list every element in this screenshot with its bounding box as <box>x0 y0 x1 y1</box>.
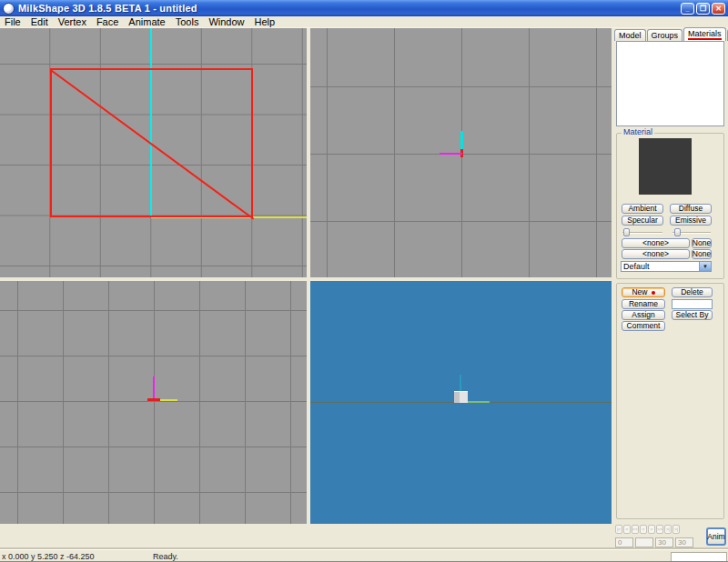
z-axis-line <box>153 376 155 400</box>
ambient-button[interactable]: Ambient <box>622 204 663 214</box>
menu-file[interactable]: File <box>5 16 21 27</box>
emissive-button[interactable]: Emissive <box>670 216 712 226</box>
rename-input[interactable] <box>672 299 713 309</box>
origin-marker <box>147 398 160 401</box>
panel-tabs: Model Groups Materials Joints <box>614 27 728 41</box>
material-preview <box>639 138 692 195</box>
menu-animate[interactable]: Animate <box>128 16 165 27</box>
tab-materials[interactable]: Materials <box>683 27 726 41</box>
specular-button[interactable]: Specular <box>622 216 663 226</box>
comment-button[interactable]: Comment <box>622 321 665 331</box>
viewport-side[interactable] <box>310 28 612 277</box>
tab-groups[interactable]: Groups <box>647 29 683 41</box>
alphamap-button[interactable]: <none> <box>622 249 690 259</box>
status-message: Ready. <box>153 552 178 561</box>
last-frame-icon[interactable]: >| <box>672 525 680 534</box>
texture-none-button[interactable]: None <box>692 238 712 248</box>
shader-dropdown-value: Default <box>622 262 699 271</box>
transparency-slider-thumb[interactable] <box>674 228 681 236</box>
shader-dropdown[interactable]: Default ▼ <box>621 261 712 272</box>
viewport-top[interactable] <box>0 281 307 524</box>
first-frame-icon[interactable]: |< <box>615 525 622 534</box>
prev-frame-icon[interactable]: < <box>640 525 647 534</box>
last-frame-field[interactable] <box>655 537 673 547</box>
milkshape-window: MilkShape 3D 1.8.5 BETA 1 - untitled _ ❐… <box>0 0 728 562</box>
status-pane <box>671 552 727 562</box>
animation-timeline <box>0 524 612 549</box>
alphamap-none-button[interactable]: None <box>692 249 712 259</box>
menu-tools[interactable]: Tools <box>176 16 199 27</box>
material-group-label: Material <box>622 127 654 136</box>
new-button[interactable]: New <box>622 287 665 297</box>
y-axis-line <box>460 131 463 150</box>
viewport-3d[interactable] <box>310 281 612 524</box>
rename-button[interactable]: Rename <box>622 299 665 309</box>
menu-window[interactable]: Window <box>208 16 244 27</box>
next-keyframe-icon[interactable]: >| <box>664 525 672 534</box>
restore-button-icon[interactable]: ❐ <box>696 3 710 15</box>
close-button-icon[interactable]: ✕ <box>712 3 725 15</box>
x-axis-line <box>160 399 177 401</box>
title-bar: MilkShape 3D 1.8.5 BETA 1 - untitled _ ❐… <box>0 0 728 16</box>
next-frame-icon[interactable]: > <box>648 525 655 534</box>
minimize-button-icon[interactable]: _ <box>681 3 694 15</box>
menu-face[interactable]: Face <box>96 16 118 27</box>
status-bar: x 0.000 y 5.250 z -64.250 Ready. <box>0 549 728 562</box>
up-axis-line <box>460 375 461 391</box>
chevron-down-icon[interactable]: ▼ <box>699 262 711 271</box>
shininess-slider-thumb[interactable] <box>623 228 630 236</box>
z-axis-line <box>440 153 462 155</box>
window-title: MilkShape 3D 1.8.5 BETA 1 - untitled <box>18 3 197 14</box>
select-by-button[interactable]: Select By <box>672 310 713 320</box>
total-frames-field[interactable] <box>675 537 693 547</box>
tab-model[interactable]: Model <box>614 29 646 41</box>
app-icon <box>3 3 15 15</box>
first-frame-field[interactable] <box>615 537 633 547</box>
current-frame-field[interactable] <box>635 537 653 547</box>
anim-toggle-button[interactable]: Anim <box>706 527 726 546</box>
assign-button[interactable]: Assign <box>622 310 665 320</box>
prev-keyframe-icon[interactable]: < <box>623 525 631 534</box>
coordinates-readout: x 0.000 y 5.250 z -64.250 <box>2 552 95 561</box>
wireframe-rectangle <box>50 68 253 217</box>
menu-edit[interactable]: Edit <box>31 16 48 27</box>
diffuse-button[interactable]: Diffuse <box>670 204 712 214</box>
texture-button[interactable]: <none> <box>622 238 690 248</box>
menu-help[interactable]: Help <box>255 16 276 27</box>
delete-button[interactable]: Delete <box>672 287 713 297</box>
cursor-dot-icon <box>652 291 655 295</box>
transport-controls: |< < << < > >> >| >| <box>615 525 680 534</box>
model-cube <box>454 391 468 403</box>
menu-vertex[interactable]: Vertex <box>58 16 86 27</box>
window-controls: _ ❐ ✕ <box>681 3 725 15</box>
forward-icon[interactable]: >> <box>656 525 663 534</box>
viewport-front[interactable] <box>0 28 307 277</box>
rewind-icon[interactable]: << <box>632 525 639 534</box>
materials-list[interactable] <box>616 41 724 126</box>
